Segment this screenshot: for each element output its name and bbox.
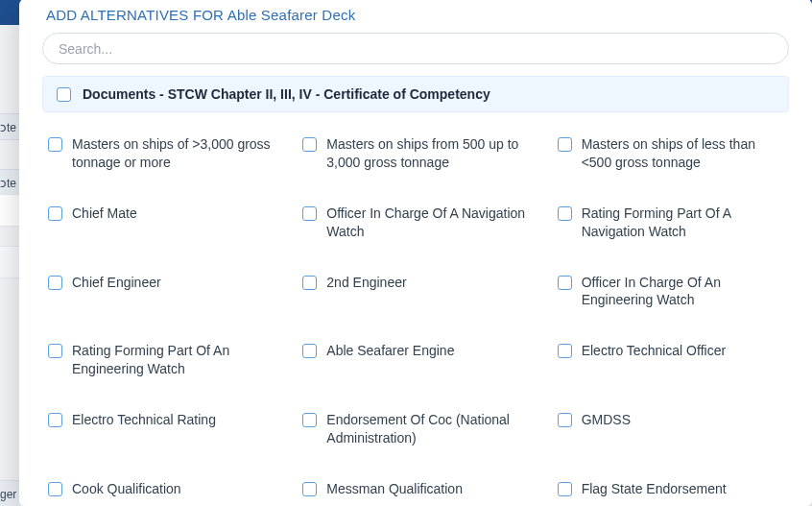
option-checkbox[interactable] bbox=[558, 344, 572, 358]
option-label: Endorsement Of Coc (National Administrat… bbox=[326, 411, 528, 447]
option-checkbox[interactable] bbox=[558, 482, 572, 496]
option-label: Flag State Endorsement bbox=[582, 480, 727, 498]
option-checkbox[interactable] bbox=[48, 137, 62, 152]
option-checkbox[interactable] bbox=[302, 137, 317, 152]
bg-row-fragment: ger bbox=[0, 480, 19, 506]
option-checkbox[interactable] bbox=[48, 276, 62, 290]
option-item[interactable]: Able Seafarer Engine bbox=[302, 342, 528, 378]
option-item[interactable]: Masters on ships of >3,000 gross tonnage… bbox=[48, 135, 274, 172]
option-item[interactable]: Endorsement Of Coc (National Administrat… bbox=[302, 411, 528, 447]
option-item[interactable]: Masters on ships of less than <500 gross… bbox=[558, 135, 783, 172]
option-checkbox[interactable] bbox=[558, 413, 572, 427]
option-checkbox[interactable] bbox=[48, 344, 62, 358]
option-checkbox[interactable] bbox=[48, 206, 62, 221]
option-item[interactable]: Chief Engineer bbox=[48, 274, 274, 310]
bg-row-fragment: ɔte bbox=[0, 169, 19, 196]
option-label: Cook Qualification bbox=[72, 480, 181, 498]
options-scroll-area[interactable]: Documents - STCW Chapter II, III, IV - C… bbox=[19, 76, 812, 506]
option-item[interactable]: Rating Forming Part Of An Engineering Wa… bbox=[48, 342, 274, 378]
option-item[interactable]: Electro Technical Officer bbox=[558, 342, 783, 378]
option-item[interactable]: Officer In Charge Of A Navigation Watch bbox=[302, 205, 528, 241]
option-item[interactable]: Cook Qualification bbox=[48, 480, 274, 498]
options-grid: Masters on ships of >3,000 gross tonnage… bbox=[42, 126, 789, 506]
option-item[interactable]: Electro Technical Rating bbox=[48, 411, 274, 447]
option-label: Officer In Charge Of An Engineering Watc… bbox=[582, 274, 783, 310]
option-item[interactable]: Officer In Charge Of An Engineering Watc… bbox=[558, 274, 783, 310]
option-item[interactable]: Rating Forming Part Of A Navigation Watc… bbox=[558, 205, 783, 241]
option-label: Masters on ships of less than <500 gross… bbox=[582, 135, 783, 172]
option-label: Rating Forming Part Of A Navigation Watc… bbox=[582, 205, 783, 241]
search-wrap bbox=[19, 27, 812, 76]
option-checkbox[interactable] bbox=[558, 206, 572, 221]
option-label: Rating Forming Part Of An Engineering Wa… bbox=[72, 342, 274, 378]
option-label: 2nd Engineer bbox=[326, 274, 406, 292]
option-checkbox[interactable] bbox=[302, 413, 317, 427]
option-label: Chief Engineer bbox=[72, 274, 161, 292]
option-label: Chief Mate bbox=[72, 205, 137, 223]
option-checkbox[interactable] bbox=[302, 206, 317, 221]
modal-title: ADD ALTERNATIVES FOR Able Seafarer Deck bbox=[19, 0, 812, 27]
option-item[interactable]: GMDSS bbox=[558, 411, 783, 447]
option-label: Electro Technical Rating bbox=[72, 411, 216, 429]
option-checkbox[interactable] bbox=[302, 482, 317, 496]
option-checkbox[interactable] bbox=[302, 344, 317, 358]
option-item[interactable]: 2nd Engineer bbox=[302, 274, 528, 310]
option-item[interactable]: Masters on ships from 500 up to 3,000 gr… bbox=[302, 135, 528, 172]
option-label: Officer In Charge Of A Navigation Watch bbox=[326, 205, 528, 241]
option-checkbox[interactable] bbox=[302, 276, 317, 290]
add-alternatives-modal: ADD ALTERNATIVES FOR Able Seafarer Deck … bbox=[19, 0, 812, 506]
group-header[interactable]: Documents - STCW Chapter II, III, IV - C… bbox=[42, 76, 789, 112]
bg-row-fragment: ɔte bbox=[0, 113, 19, 140]
group-label: Documents - STCW Chapter II, III, IV - C… bbox=[83, 86, 490, 102]
option-label: Electro Technical Officer bbox=[582, 342, 726, 360]
group-checkbox[interactable] bbox=[57, 87, 71, 102]
option-checkbox[interactable] bbox=[558, 276, 572, 290]
option-label: Able Seafarer Engine bbox=[326, 342, 454, 360]
option-item[interactable]: Flag State Endorsement bbox=[558, 480, 783, 498]
option-label: Masters on ships of >3,000 gross tonnage… bbox=[72, 135, 274, 172]
option-checkbox[interactable] bbox=[48, 413, 62, 427]
option-checkbox[interactable] bbox=[48, 482, 62, 496]
search-input[interactable] bbox=[42, 33, 789, 64]
option-label: Masters on ships from 500 up to 3,000 gr… bbox=[326, 135, 528, 172]
option-item[interactable]: Chief Mate bbox=[48, 205, 274, 241]
option-item[interactable]: Messman Qualification bbox=[302, 480, 528, 498]
option-label: Messman Qualification bbox=[326, 480, 463, 498]
option-label: GMDSS bbox=[582, 411, 631, 429]
option-checkbox[interactable] bbox=[558, 137, 572, 152]
